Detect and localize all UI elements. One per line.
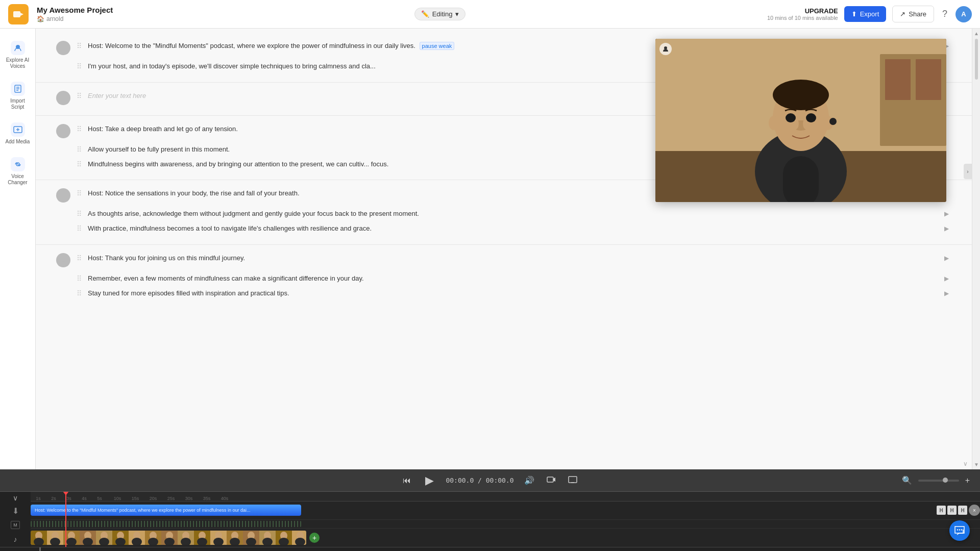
track-download-button[interactable]: ⬇: [12, 506, 19, 516]
avatar[interactable]: A: [955, 6, 972, 22]
scroll-thumb[interactable]: [975, 39, 978, 80]
drag-handle-3[interactable]: ⠿: [76, 124, 83, 134]
ruler-mark: 2s: [46, 496, 61, 501]
sidebar-item-explore-ai-voices[interactable]: Explore AI Voices: [3, 37, 33, 73]
zoom-plus-button[interactable]: +: [963, 474, 972, 487]
sidebar-item-import-script[interactable]: Import Script: [3, 78, 33, 114]
share-button[interactable]: ↗ Share: [892, 6, 934, 22]
collapse-panel-arrow[interactable]: ›: [964, 164, 972, 179]
timeline-collapse-button[interactable]: ∨: [13, 494, 18, 502]
timeline-controls: ⏮ ▶ 00:00.0 / 00:00.0 🔊 🔍 +: [0, 469, 980, 492]
drag-handle-11[interactable]: ⠿: [76, 288, 83, 298]
breadcrumb: 🏠 arnold: [37, 15, 113, 22]
video-overlay-icon[interactable]: [659, 43, 672, 55]
drag-handle-6[interactable]: ⠿: [76, 188, 83, 198]
h-button-1[interactable]: H: [937, 506, 946, 515]
play-button-9[interactable]: ▶: [941, 253, 951, 263]
ruler-mark: 10s: [107, 496, 128, 501]
header-right: UPGRADE 10 mins of 10 mins available ⬆ E…: [767, 6, 972, 22]
h-button-2[interactable]: H: [947, 506, 957, 515]
play-button-8[interactable]: ▶: [941, 223, 951, 234]
sidebar: Explore AI Voices Import Script Add Medi…: [0, 29, 36, 469]
play-pause-button[interactable]: ▶: [421, 472, 437, 489]
drag-handle-5[interactable]: ⠿: [76, 159, 83, 169]
video-track: +: [31, 529, 980, 547]
ruler-mark: 30s: [179, 496, 199, 501]
video-frame-6: [129, 531, 145, 545]
explore-ai-voices-icon: [11, 41, 25, 55]
editing-label: Editing: [432, 10, 453, 18]
video-frame-4: [96, 531, 112, 545]
scroll-down-indicator: ∨: [963, 460, 968, 467]
video-frame-15: [276, 531, 292, 545]
scroll-down-arrow[interactable]: ▼: [974, 462, 979, 467]
video-frame-8: [161, 531, 178, 545]
video-frame-12: [227, 531, 243, 545]
svg-point-31: [60, 255, 66, 261]
add-media-icon: [11, 122, 25, 137]
track-mute-button[interactable]: M: [11, 521, 20, 529]
screen-button[interactable]: [566, 474, 579, 487]
timeline-zoom-controls: 🔍 +: [900, 473, 972, 487]
track-music-button[interactable]: ♪: [14, 535, 17, 543]
h-button-3[interactable]: H: [958, 506, 967, 515]
audio-end-circle[interactable]: ×: [969, 505, 980, 516]
svg-point-23: [786, 113, 796, 122]
volume-button[interactable]: 🔊: [522, 473, 536, 487]
play-button-7[interactable]: ▶: [941, 209, 951, 219]
script-line-7: ⠿ As thoughts arise, acknowledge them wi…: [56, 207, 951, 221]
add-track-button[interactable]: +: [309, 533, 320, 543]
video-frame-1: [47, 531, 63, 545]
audio-track: Host: Welcome to the "Mindful Moments" p…: [31, 502, 980, 519]
ruler-mark: 3s: [61, 496, 77, 501]
drag-handle-input[interactable]: ⠿: [76, 91, 83, 101]
search-zoom-icon[interactable]: 🔍: [900, 473, 914, 487]
audio-track-text: Host: Welcome to the "Mindful Moments" p…: [35, 508, 250, 513]
video-frame-3: [80, 531, 96, 545]
export-button[interactable]: ⬆ Export: [844, 6, 887, 22]
breadcrumb-text: arnold: [46, 15, 63, 22]
speaker-avatar-4: [56, 253, 70, 267]
drag-handle-2[interactable]: ⠿: [76, 61, 83, 71]
drag-handle-7[interactable]: ⠿: [76, 209, 83, 219]
chat-support-button[interactable]: [949, 520, 970, 541]
skip-back-button[interactable]: ⏮: [401, 474, 413, 487]
script-line-9: ⠿ Host: Thank you for joining us on this…: [56, 251, 951, 269]
editing-mode-toggle[interactable]: ✏️ Editing ▾: [414, 8, 466, 20]
play-button-10[interactable]: ▶: [941, 273, 951, 284]
play-button-11[interactable]: ▶: [941, 288, 951, 298]
sidebar-item-voice-changer[interactable]: Voice Changer: [3, 153, 33, 190]
waveform-visual: [31, 521, 301, 527]
script-editor[interactable]: ⠿ Host: Welcome to the "Mindful Moments"…: [36, 29, 972, 469]
seek-thumb: [39, 547, 41, 551]
zoom-slider[interactable]: [918, 480, 959, 482]
scroll-up-arrow[interactable]: ▲: [974, 31, 979, 36]
speaker-avatar-1: [56, 41, 70, 55]
timeline-ruler: 1s 2s 3s 4s 5s 10s 15s 20s 25s 30s 35s 4…: [31, 492, 980, 502]
import-script-label: Import Script: [6, 98, 30, 110]
script-text-10: Remember, even a few moments of mindfuln…: [88, 273, 936, 284]
svg-point-19: [773, 80, 829, 110]
script-text-11: Stay tuned for more episodes filled with…: [88, 288, 936, 299]
audio-track-controls: H H H ×: [937, 505, 980, 516]
sidebar-item-add-media[interactable]: Add Media: [3, 118, 33, 149]
script-text-8: With practice, mindfulness becomes a too…: [88, 223, 936, 234]
camera-button[interactable]: [545, 474, 558, 487]
audio-track-bar[interactable]: Host: Welcome to the "Mindful Moments" p…: [31, 505, 301, 516]
drag-handle-8[interactable]: ⠿: [76, 223, 83, 234]
svg-point-29: [60, 126, 66, 132]
timeline-seekbar[interactable]: [0, 547, 980, 551]
help-button[interactable]: ?: [940, 7, 949, 21]
ruler-mark: 15s: [128, 496, 143, 501]
script-section-4: ⠿ Host: Thank you for joining us on this…: [36, 251, 972, 301]
video-track-frames[interactable]: [31, 531, 306, 545]
drag-handle-10[interactable]: ⠿: [76, 273, 83, 284]
drag-handle-9[interactable]: ⠿: [76, 253, 83, 263]
drag-handle-4[interactable]: ⠿: [76, 144, 83, 155]
speaker-avatar-3: [56, 188, 70, 203]
right-scrollbar[interactable]: ▲ ▼: [972, 29, 980, 469]
drag-handle-1[interactable]: ⠿: [76, 41, 83, 51]
svg-rect-0: [13, 11, 20, 17]
speaker-avatar-2: [56, 124, 70, 138]
import-script-icon: [11, 82, 25, 96]
